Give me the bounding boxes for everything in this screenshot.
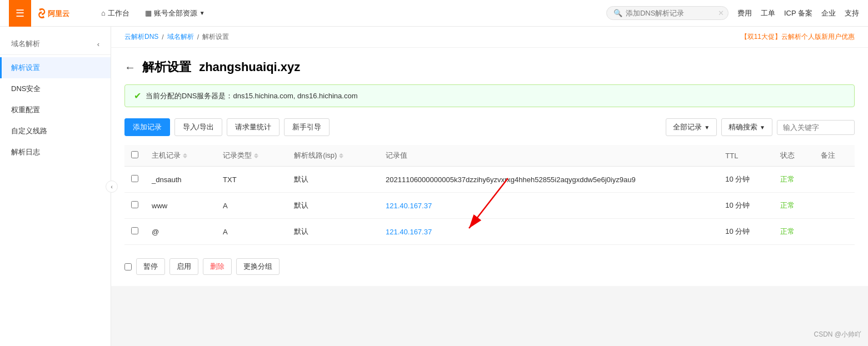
svg-text:阿里云: 阿里云 bbox=[48, 9, 69, 17]
content-area: ← 解析设置 zhangshuaiqi.xyz ✔ 当前分配的DNS服务器是：d… bbox=[111, 48, 868, 286]
nav-link-icp[interactable]: ICP 备案 bbox=[784, 8, 812, 18]
nav-link-ticket[interactable]: 工单 bbox=[761, 8, 775, 18]
page-title: 解析设置 zhangshuaiqi.xyz bbox=[142, 59, 300, 76]
request-stats-button[interactable]: 请求量统计 bbox=[227, 118, 280, 136]
th-record-type-sort[interactable]: 记录类型 bbox=[223, 151, 281, 161]
sidebar-item-custom-routes-label: 自定义线路 bbox=[11, 127, 47, 135]
aliyun-logo-svg: 阿里云 bbox=[36, 6, 80, 21]
row3-status-badge: 正常 bbox=[780, 227, 795, 235]
grid-icon: ▦ bbox=[145, 9, 152, 17]
sort-icon-type bbox=[254, 153, 258, 158]
sort-down-icon bbox=[183, 156, 187, 158]
precise-search-label: 精确搜索 bbox=[729, 122, 757, 132]
page-header: ← 解析设置 zhangshuaiqi.xyz bbox=[124, 59, 855, 76]
sort-down-icon2 bbox=[254, 156, 258, 158]
nav-link-enterprise[interactable]: 企业 bbox=[821, 8, 836, 18]
sidebar-item-weight-config-label: 权重配置 bbox=[11, 106, 40, 114]
row3-checkbox[interactable] bbox=[131, 227, 138, 234]
row3-parse-line: 默认 bbox=[287, 219, 379, 245]
import-export-button[interactable]: 导入/导出 bbox=[174, 118, 222, 136]
bottom-select-all-checkbox[interactable] bbox=[124, 263, 132, 270]
search-icon: 🔍 bbox=[613, 9, 622, 17]
all-records-select[interactable]: 全部记录 ▼ bbox=[666, 118, 717, 136]
main-content: 云解析DNS / 域名解析 / 解析设置 【双11大促】云解析个人版新用户优惠 … bbox=[111, 27, 868, 346]
precise-search-select[interactable]: 精确搜索 ▼ bbox=[721, 118, 772, 136]
th-ttl: TTL bbox=[719, 145, 774, 167]
clear-search-icon[interactable]: ✕ bbox=[718, 9, 724, 17]
th-host-record-sort[interactable]: 主机记录 bbox=[152, 151, 209, 161]
sort-up-icon bbox=[183, 153, 187, 156]
chevron-down-icon: ▼ bbox=[199, 10, 205, 16]
table-row: www A 默认 121.40.167.37 10 分钟 正常 bbox=[124, 193, 855, 219]
sidebar-collapse-domain[interactable]: 域名解析 ‹ bbox=[0, 33, 111, 55]
navbar-nav: ⌂ 工作台 ▦ 账号全部资源 ▼ bbox=[93, 0, 606, 27]
page-title-label: 解析设置 bbox=[142, 60, 191, 74]
table-row: _dnsauth TXT 默认 20211106000000005k37dzzi… bbox=[124, 167, 855, 193]
delete-button[interactable]: 删除 bbox=[203, 258, 232, 275]
nav-link-support[interactable]: 支持 bbox=[845, 8, 859, 18]
row2-status-badge: 正常 bbox=[780, 201, 795, 209]
sidebar-item-dns-security-label: DNS安全 bbox=[11, 84, 41, 93]
nav-workbench-label: 工作台 bbox=[108, 8, 129, 18]
th-parse-line-label: 解析线路(isp) bbox=[294, 151, 337, 161]
row2-status: 正常 bbox=[774, 193, 814, 219]
navbar-links: 费用 工单 ICP 备案 企业 支持 bbox=[737, 8, 859, 18]
breadcrumb-dns[interactable]: 云解析DNS bbox=[124, 32, 158, 42]
row1-host-record: _dnsauth bbox=[145, 167, 216, 193]
row1-status-badge: 正常 bbox=[780, 175, 795, 183]
row2-checkbox-cell bbox=[124, 193, 145, 219]
row3-remarks bbox=[814, 219, 855, 245]
back-button[interactable]: ← bbox=[124, 61, 136, 74]
bottom-toolbar: 暂停 启用 删除 更换分组 bbox=[124, 252, 855, 275]
sidebar-item-parse-settings[interactable]: 解析设置 bbox=[0, 57, 111, 78]
row3-record-type: A bbox=[216, 219, 287, 245]
toolbar: 添加记录 导入/导出 请求量统计 新手引导 全部记录 ▼ 精确搜索 ▼ bbox=[124, 118, 855, 136]
th-checkbox bbox=[124, 145, 145, 167]
row2-record-value-text[interactable]: 121.40.167.37 bbox=[386, 202, 432, 210]
row3-record-value: 121.40.167.37 bbox=[379, 219, 719, 245]
sidebar-toggle-button[interactable]: ‹ bbox=[106, 180, 118, 193]
table-search-input[interactable] bbox=[777, 120, 855, 135]
sidebar-item-custom-routes[interactable]: 自定义线路 bbox=[0, 121, 111, 142]
enable-button[interactable]: 启用 bbox=[169, 258, 198, 275]
change-group-button[interactable]: 更换分组 bbox=[236, 258, 280, 275]
select-all-checkbox[interactable] bbox=[131, 151, 138, 158]
th-record-type: 记录类型 bbox=[216, 145, 287, 167]
row2-parse-line: 默认 bbox=[287, 193, 379, 219]
page-title-domain: zhangshuaiqi.xyz bbox=[199, 60, 300, 74]
breadcrumb-domain-parse[interactable]: 域名解析 bbox=[167, 32, 194, 42]
row3-record-value-text[interactable]: 121.40.167.37 bbox=[386, 228, 432, 236]
sidebar-item-dns-security[interactable]: DNS安全 bbox=[0, 78, 111, 99]
row2-record-value: 121.40.167.37 bbox=[379, 193, 719, 219]
row2-checkbox[interactable] bbox=[131, 201, 138, 208]
row3-host-record: @ bbox=[145, 219, 216, 245]
home-icon: ⌂ bbox=[101, 9, 106, 17]
records-table: 主机记录 记录类型 bbox=[124, 145, 855, 245]
breadcrumb-sep2: / bbox=[197, 33, 199, 41]
row1-parse-line: 默认 bbox=[287, 167, 379, 193]
row1-checkbox[interactable] bbox=[131, 175, 138, 182]
dropdown-icon: ▼ bbox=[704, 124, 710, 131]
th-parse-line-sort[interactable]: 解析线路(isp) bbox=[294, 151, 372, 161]
nav-all-resources[interactable]: ▦ 账号全部资源 ▼ bbox=[137, 0, 213, 27]
th-record-value: 记录值 bbox=[379, 145, 719, 167]
row1-ttl: 10 分钟 bbox=[719, 167, 774, 193]
hamburger-button[interactable]: ☰ bbox=[9, 0, 31, 27]
navbar-search-input[interactable] bbox=[626, 9, 715, 17]
sidebar-item-parse-log[interactable]: 解析日志 bbox=[0, 142, 111, 163]
add-record-button[interactable]: 添加记录 bbox=[124, 118, 170, 136]
promo-link[interactable]: 【双11大促】云解析个人版新用户优惠 bbox=[741, 32, 855, 42]
breadcrumb: 云解析DNS / 域名解析 / 解析设置 【双11大促】云解析个人版新用户优惠 bbox=[111, 27, 868, 48]
sidebar-item-weight-config[interactable]: 权重配置 bbox=[0, 99, 111, 121]
th-parse-line: 解析线路(isp) bbox=[287, 145, 379, 167]
row1-status: 正常 bbox=[774, 167, 814, 193]
pause-button[interactable]: 暂停 bbox=[136, 258, 165, 275]
sidebar-wrapper: 域名解析 ‹ 解析设置 DNS安全 权重配置 自定义线路 解析日志 ‹ bbox=[0, 27, 111, 346]
row1-record-value-text: 20211106000000005k37dzzihy6yzvxrxg4hheh5… bbox=[386, 175, 636, 184]
nav-link-fees[interactable]: 费用 bbox=[737, 8, 752, 18]
chevron-left-icon: ‹ bbox=[97, 40, 99, 48]
beginner-guide-button[interactable]: 新手引导 bbox=[284, 118, 330, 136]
sort-down-icon3 bbox=[339, 156, 343, 158]
nav-workbench[interactable]: ⌂ 工作台 bbox=[93, 0, 137, 27]
dns-notice-text: 当前分配的DNS服务器是：dns15.hichina.com, dns16.hi… bbox=[146, 91, 357, 101]
